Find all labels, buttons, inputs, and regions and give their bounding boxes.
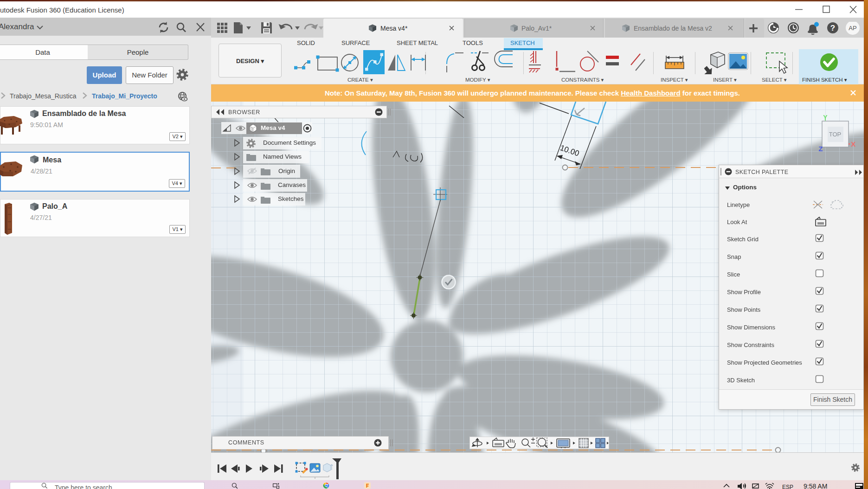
svg-text:AP: AP [849, 25, 856, 32]
svg-text:X: X [851, 140, 855, 148]
svg-text:Z: Z [818, 145, 823, 153]
svg-text:TOP: TOP [829, 131, 842, 138]
svg-text:?: ? [830, 24, 835, 32]
